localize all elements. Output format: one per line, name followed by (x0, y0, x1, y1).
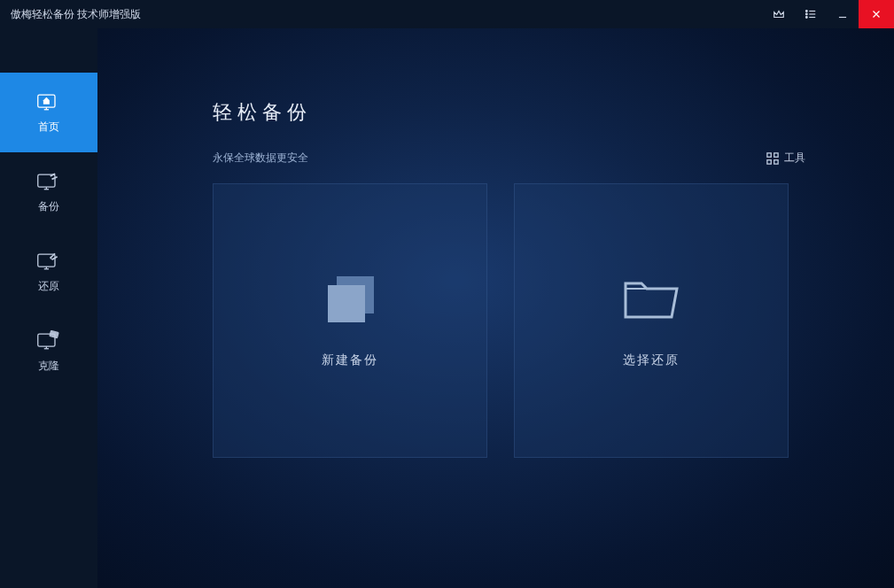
svg-point-2 (805, 13, 807, 15)
copy-icon (319, 273, 381, 326)
sidebar-item-restore[interactable]: 还原 (0, 232, 97, 312)
svg-rect-23 (774, 152, 778, 156)
grid-icon (766, 152, 779, 165)
cards-container: 新建备份 选择还原 (213, 183, 823, 458)
sidebar-item-label: 首页 (38, 120, 59, 135)
svg-point-4 (805, 17, 807, 19)
sidebar-item-clone[interactable]: 克隆 (0, 312, 97, 391)
svg-rect-22 (767, 152, 771, 156)
tools-link[interactable]: 工具 (766, 151, 805, 166)
close-button[interactable] (859, 0, 894, 28)
home-icon (36, 91, 61, 112)
folder-icon (620, 273, 682, 326)
sidebar-item-backup[interactable]: 备份 (0, 152, 97, 232)
minimize-button[interactable] (827, 0, 859, 28)
menu-icon (805, 8, 817, 20)
subtitle-row: 永保全球数据更安全 工具 (213, 151, 823, 166)
minimize-icon (836, 8, 849, 20)
clone-icon (36, 330, 61, 352)
page-title: 轻松备份 (213, 99, 823, 126)
svg-rect-24 (767, 159, 771, 163)
card-new-backup[interactable]: 新建备份 (213, 183, 487, 458)
svg-point-0 (805, 11, 807, 12)
backup-icon (36, 171, 61, 192)
sidebar: 首页 备份 还原 (0, 28, 97, 588)
card-restore[interactable]: 选择还原 (514, 183, 789, 458)
titlebar-actions (763, 0, 894, 28)
main-content: 轻松备份 永保全球数据更安全 工具 (97, 28, 894, 588)
tools-label: 工具 (784, 151, 805, 166)
menu-button[interactable] (795, 0, 827, 28)
svg-rect-21 (50, 330, 58, 337)
svg-rect-27 (328, 285, 365, 322)
crown-button[interactable] (763, 0, 795, 28)
card-label: 选择还原 (623, 352, 680, 368)
app-title: 傲梅轻松备份 技术师增强版 (11, 7, 763, 22)
svg-rect-25 (774, 159, 778, 163)
svg-rect-12 (38, 174, 55, 187)
sidebar-item-label: 备份 (38, 199, 59, 214)
close-icon (870, 8, 882, 20)
titlebar: 傲梅轻松备份 技术师增强版 (0, 0, 894, 28)
card-label: 新建备份 (322, 352, 378, 368)
sidebar-item-home[interactable]: 首页 (0, 73, 97, 152)
page-subtitle: 永保全球数据更安全 (213, 151, 308, 166)
sidebar-item-label: 克隆 (38, 359, 59, 374)
sidebar-item-label: 还原 (38, 279, 59, 294)
crown-icon (773, 8, 785, 20)
restore-icon (36, 251, 61, 272)
